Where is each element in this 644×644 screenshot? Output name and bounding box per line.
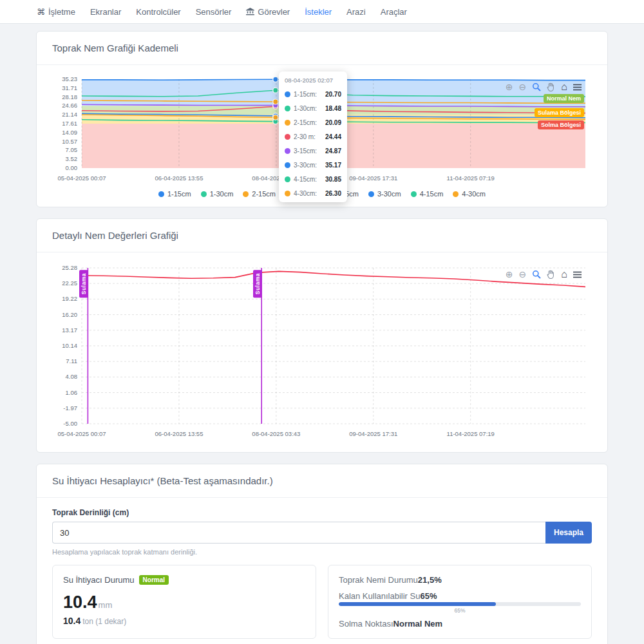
zoom-box-icon[interactable]	[532, 82, 541, 91]
zoom-box-icon[interactable]	[532, 270, 541, 279]
tooltip-row: 1-30cm:18.48	[285, 105, 341, 112]
legend-item[interactable]: 1-15cm	[158, 190, 191, 198]
water-need-title-row: Su İhtiyacı Durumu Normal	[63, 575, 305, 585]
tooltip-rows: 1-15cm:20.701-30cm:18.482-15cm:20.092-30…	[285, 91, 341, 197]
series-dot-icon	[285, 191, 290, 196]
legend-dot-icon	[411, 191, 417, 197]
series-dot-icon	[285, 134, 290, 140]
nav-item-0[interactable]: ⌘İşletme	[37, 7, 75, 17]
svg-text:19.22: 19.22	[62, 295, 77, 302]
svg-text:22.25: 22.25	[62, 279, 77, 287]
nav-item-1[interactable]: Ekranlar	[90, 7, 121, 17]
wilting-point-value: Normal Nem	[393, 619, 443, 629]
series-dot-icon	[285, 176, 290, 182]
legend-item[interactable]: 1-30cm	[201, 190, 234, 198]
nav-item-4[interactable]: Görevler	[246, 7, 290, 17]
card-title-chart1: Toprak Nem Grafiği Kademeli	[37, 32, 607, 65]
svg-text:06-04-2025 13:55: 06-04-2025 13:55	[155, 175, 203, 182]
svg-text:-5.00: -5.00	[63, 420, 77, 427]
tooltip-series-label: 4-15cm:	[294, 176, 317, 183]
nav-item-7[interactable]: Araçlar	[381, 7, 407, 17]
zone-label: Sulama Bölgesi	[535, 108, 584, 117]
nav-item-label: Kontrolcüler	[136, 7, 180, 17]
water-need-title: Su İhtiyacı Durumu	[63, 575, 135, 585]
nav-item-5[interactable]: İstekler	[305, 7, 332, 17]
menu-icon[interactable]	[573, 84, 582, 91]
svg-text:7.11: 7.11	[66, 357, 77, 365]
svg-text:28.18: 28.18	[62, 93, 77, 100]
tooltip-row: 4-30cm:26.30	[285, 190, 341, 197]
series-dot-icon	[285, 106, 290, 111]
status-badge: Normal	[139, 575, 169, 585]
svg-text:05-04-2025 00:07: 05-04-2025 00:07	[57, 430, 106, 437]
irrigation-event-label: Sulama	[253, 270, 262, 298]
svg-text:06-04-2025 13:55: 06-04-2025 13:55	[155, 430, 203, 437]
tooltip-row: 2-15cm:20.09	[285, 119, 341, 126]
svg-text:21.14: 21.14	[62, 111, 77, 118]
nav-item-6[interactable]: Arazi	[346, 7, 366, 17]
soil-depth-label: Toprak Derinliği (cm)	[52, 508, 592, 517]
tooltip-row: 2-30 m:24.44	[285, 133, 341, 140]
legend-label: 1-30cm	[210, 190, 234, 198]
legend-item[interactable]: 4-15cm	[411, 190, 444, 198]
tooltip-series-value: 26.30	[325, 190, 341, 197]
svg-text:35.23: 35.23	[62, 75, 77, 82]
zoom-in-icon[interactable]: ⊕	[506, 82, 513, 91]
svg-text:16.20: 16.20	[62, 311, 77, 318]
svg-text:10.14: 10.14	[62, 342, 77, 349]
nav-item-label: Arazi	[346, 7, 366, 17]
soil-depth-input[interactable]	[52, 522, 545, 544]
nav-item-label: İstekler	[305, 7, 332, 17]
pan-icon[interactable]	[547, 82, 555, 91]
hesapla-button[interactable]: Hesapla	[545, 522, 592, 544]
legend-label: 4-15cm	[420, 190, 444, 198]
nav-item-label: Görevler	[258, 7, 290, 17]
wilting-point-label: Solma Noktası	[339, 619, 393, 629]
nav-items: ⌘İşletmeEkranlarKontrolcülerSensörlerGör…	[37, 7, 407, 17]
chart2-wrap: 25.2822.2519.2216.2013.1710.147.114.081.…	[52, 263, 592, 443]
series-dot-icon	[285, 148, 290, 154]
legend-item[interactable]: 2-15cm	[243, 190, 276, 198]
legend-dot-icon	[243, 191, 249, 197]
svg-text:05-04-2025 00:07: 05-04-2025 00:07	[57, 175, 106, 182]
zoom-out-icon[interactable]: ⊖	[519, 82, 527, 91]
soil-depth-help-text: Hesaplama yapılacak toprak katmanı derin…	[52, 548, 592, 556]
svg-text:10.57: 10.57	[62, 138, 77, 145]
home-icon[interactable]: ⌂	[561, 269, 567, 279]
tooltip-series-value: 30.85	[325, 176, 341, 183]
nav-item-label: İşletme	[48, 7, 75, 17]
chart2-body: 25.2822.2519.2216.2013.1710.147.114.081.…	[37, 252, 607, 452]
legend-item[interactable]: 4-30cm	[453, 190, 486, 198]
chart2-toolbar: ⊕⊖⌂	[506, 269, 582, 279]
svg-text:08-04-2025 03:43: 08-04-2025 03:43	[252, 430, 300, 437]
home-icon[interactable]: ⌂	[561, 82, 567, 92]
chart-tooltip: 08-04-2025 02:07 1-15cm:20.701-30cm:18.4…	[279, 71, 347, 202]
nav-item-3[interactable]: Sensörler	[196, 7, 232, 17]
series-dot-icon	[285, 120, 290, 126]
legend-dot-icon	[453, 191, 459, 197]
available-water-label: Kalan Kullanılabilir Su	[339, 591, 420, 601]
legend-label: 3-30cm	[377, 190, 401, 198]
tooltip-series-label: 3-15cm:	[294, 147, 317, 155]
soil-moisture-row: Toprak Nemi Durumu21,5%	[339, 575, 581, 585]
card-detailed-moisture: Detaylı Nem Değerleri Grafiği 25.2822.25…	[36, 218, 608, 453]
tooltip-series-value: 35.17	[325, 162, 341, 169]
legend-dot-icon	[158, 191, 164, 197]
svg-text:11-04-2025 07:19: 11-04-2025 07:19	[447, 430, 495, 437]
svg-text:13.17: 13.17	[62, 327, 77, 334]
detailed-moisture-chart[interactable]: 25.2822.2519.2216.2013.1710.147.114.081.…	[52, 263, 592, 440]
svg-text:31.71: 31.71	[62, 84, 77, 91]
menu-icon[interactable]	[573, 271, 582, 278]
card-soil-moisture-stepped: Toprak Nem Grafiği Kademeli 35.2331.7128…	[36, 31, 608, 207]
legend-item[interactable]: 3-30cm	[368, 190, 401, 198]
card-title-chart2: Detaylı Nem Değerleri Grafiği	[37, 219, 607, 252]
tooltip-row: 3-30cm:35.17	[285, 162, 341, 169]
page-content: Toprak Nem Grafiği Kademeli 35.2331.7128…	[0, 24, 644, 644]
nav-item-2[interactable]: Kontrolcüler	[136, 7, 180, 17]
tooltip-row: 3-15cm:24.87	[285, 147, 341, 155]
pan-icon[interactable]	[547, 270, 555, 279]
zoom-out-icon[interactable]: ⊖	[519, 270, 527, 279]
zoom-in-icon[interactable]: ⊕	[506, 270, 513, 279]
wilting-point-row: Solma NoktasıNormal Nem	[339, 619, 581, 629]
water-progress-track	[339, 602, 581, 606]
